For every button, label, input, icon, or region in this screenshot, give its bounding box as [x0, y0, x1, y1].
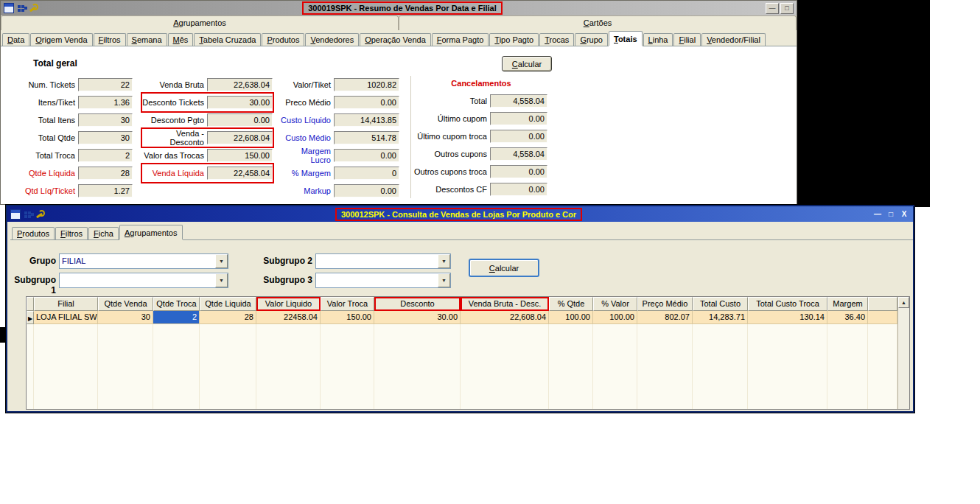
apps-icon[interactable]	[16, 3, 27, 13]
wrench-icon[interactable]	[35, 209, 46, 220]
grid-empty-column	[98, 324, 153, 410]
field-label-preco-m-dio: Preco Médio	[279, 98, 334, 107]
window-icon[interactable]	[4, 3, 14, 13]
subgrupo1-combobox[interactable]	[59, 273, 228, 288]
group-tab-cartoes[interactable]: Cartões	[399, 15, 797, 30]
subgrupo2-dropdown-icon[interactable]	[438, 254, 450, 268]
window2-title: 300012SPK - Consulta de Vendas de Lojas …	[341, 210, 576, 219]
tab-linha[interactable]: Linha	[643, 33, 673, 46]
field-value-qtde-l-quida: 28	[78, 167, 133, 180]
cell-venda-bruta-desc[interactable]: 22,608.04	[461, 311, 549, 324]
maximize-button[interactable]	[885, 210, 897, 218]
tab-origem-venda[interactable]: Origem Venda	[30, 33, 92, 46]
scroll-up-icon[interactable]	[898, 297, 909, 308]
subgrupo2-label: Subgrupo 2	[253, 256, 312, 266]
cell-desconto[interactable]: 30.00	[374, 311, 461, 324]
grid-empty-column	[256, 324, 321, 410]
cell-qtde-liquida[interactable]: 28	[200, 311, 256, 324]
col-header-desconto[interactable]: Desconto	[374, 297, 461, 311]
col-header-total-custo-troca[interactable]: Total Custo Troca	[748, 297, 827, 311]
tab-trocas[interactable]: Trocas	[539, 33, 574, 46]
minimize-button[interactable]	[766, 3, 779, 14]
grupo-combobox-value: FILIAL	[60, 254, 215, 268]
tab-filtros[interactable]: Filtros	[94, 33, 126, 46]
field-label-itens-tiket: Itens/Tiket	[8, 98, 78, 107]
cell-%-qtde[interactable]: 100.00	[549, 311, 593, 324]
tab-ficha[interactable]: Ficha	[88, 227, 119, 239]
field-ltimo-cupom: Último cupom0.00	[413, 110, 547, 127]
table-row[interactable]: LOJA FILIAL SWEDA3022822458.04150.0030.0…	[27, 311, 897, 324]
col-header-qtde-venda[interactable]: Qtde Venda	[98, 297, 153, 311]
subgrupo1-dropdown-icon[interactable]	[215, 273, 228, 287]
window1-titlebar[interactable]: 300019SPK - Resumo de Vendas Por Data e …	[1, 1, 797, 15]
col-header-venda-bruta-desc[interactable]: Venda Bruta - Desc.	[461, 297, 549, 311]
field-value-total-troca: 2	[78, 149, 133, 162]
field-label-desconto-pgto: Desconto Pgto	[142, 116, 207, 125]
tab-filial[interactable]: Filial	[673, 33, 701, 46]
window-icon[interactable]	[10, 209, 21, 220]
tab-vendedor-filial[interactable]: Vendedor/Filial	[701, 33, 766, 46]
tab-semana[interactable]: Semana	[127, 33, 167, 46]
cell-valor-troca[interactable]: 150.00	[321, 311, 374, 324]
cell-qtde-troca[interactable]: 2	[153, 311, 200, 324]
subgrupo2-combobox[interactable]	[315, 253, 451, 269]
tab-filtros[interactable]: Filtros	[55, 227, 88, 239]
cell-total-custo[interactable]: 14,283.71	[693, 311, 748, 324]
col-header-qtde-liquida[interactable]: Qtde Liquida	[200, 297, 256, 311]
grupo-dropdown-icon[interactable]	[215, 254, 228, 268]
col-header-valor-troca[interactable]: Valor Troca	[321, 297, 374, 311]
apps-icon[interactable]	[23, 209, 33, 220]
col-header-pre-o-m-dio[interactable]: Preço Médio	[637, 297, 693, 311]
grid-vertical-scrollbar[interactable]	[897, 297, 909, 409]
close-button[interactable]	[898, 210, 910, 218]
cell-%-valor[interactable]: 100.00	[593, 311, 637, 324]
field-label-total-troca: Total Troca	[8, 151, 78, 160]
field-label-%-margem: % Margem	[279, 169, 334, 178]
window2-titlebar[interactable]: 300012SPK - Consulta de Vendas de Lojas …	[7, 206, 913, 222]
field-desconto-tickets: Desconto Tickets30.00	[142, 94, 273, 111]
tab-vendedores[interactable]: Vendedores	[305, 33, 359, 46]
field-value-desconto-pgto: 0.00	[207, 113, 273, 127]
subgrupo3-dropdown-icon[interactable]	[438, 273, 450, 287]
cell-qtde-venda[interactable]: 30	[98, 311, 153, 324]
subgrupo3-combobox[interactable]	[315, 273, 451, 288]
tab-tipo-pagto[interactable]: Tipo Pagto	[489, 33, 539, 46]
wrench-icon[interactable]	[29, 3, 39, 13]
col-header-total-custo[interactable]: Total Custo	[693, 297, 748, 311]
col-header-margem[interactable]: Margem	[827, 297, 868, 311]
col-header-%-valor[interactable]: % Valor	[593, 297, 637, 311]
cell-total-custo-troca[interactable]: 130.14	[748, 311, 827, 324]
field-label-valor-tiket: Valor/Tiket	[279, 80, 334, 89]
window1-title-area: 300019SPK - Resumo de Vendas Por Data e …	[39, 1, 766, 15]
col-header-filial[interactable]: Filial	[34, 297, 98, 311]
window1-group-tab-strip: Agrupamentos Cartões	[1, 15, 797, 30]
calcular-button-window2[interactable]: Calcular	[469, 259, 539, 277]
cell-filial[interactable]: LOJA FILIAL SWEDA	[34, 311, 98, 324]
cell-margem[interactable]: 36.40	[827, 311, 868, 324]
col-header-qtde-troca[interactable]: Qtde Troca	[153, 297, 200, 311]
tab-opera-o-venda[interactable]: Operação Venda	[360, 33, 431, 46]
current-row-arrow-icon	[28, 313, 32, 322]
col-header-valor-liquido[interactable]: Valor Liquido	[256, 297, 321, 311]
tab-forma-pagto[interactable]: Forma Pagto	[432, 33, 489, 46]
tab-m-s[interactable]: Mês	[168, 33, 194, 46]
grid-empty-column	[693, 324, 748, 410]
tab-grupo[interactable]: Grupo	[575, 33, 608, 46]
tab-produtos[interactable]: Produtos	[12, 227, 55, 239]
calcular-button-window1[interactable]: Calcular	[502, 56, 552, 71]
col-header-%-qtde[interactable]: % Qtde	[549, 297, 593, 311]
minimize-button[interactable]	[872, 210, 883, 218]
tab-agrupamentos[interactable]: Agrupamentos	[119, 225, 183, 239]
row-indicator	[27, 311, 34, 324]
tab-totais[interactable]: Totais	[609, 31, 643, 46]
tab-produtos[interactable]: Produtos	[262, 33, 304, 46]
maximize-button[interactable]	[780, 3, 794, 14]
group-tab-agrupamentos[interactable]: Agrupamentos	[1, 15, 399, 30]
tab-data[interactable]: Data	[2, 33, 29, 46]
field-num-tickets: Num. Tickets22	[8, 76, 133, 94]
grupo-combobox[interactable]: FILIAL	[59, 253, 228, 269]
cell-pre-o-m-dio[interactable]: 802.07	[637, 311, 693, 324]
cell-valor-liquido[interactable]: 22458.04	[256, 311, 321, 324]
field-markup: Markup0.00	[279, 182, 399, 200]
tab-tabela-cruzada[interactable]: Tabela Cruzada	[194, 33, 261, 46]
